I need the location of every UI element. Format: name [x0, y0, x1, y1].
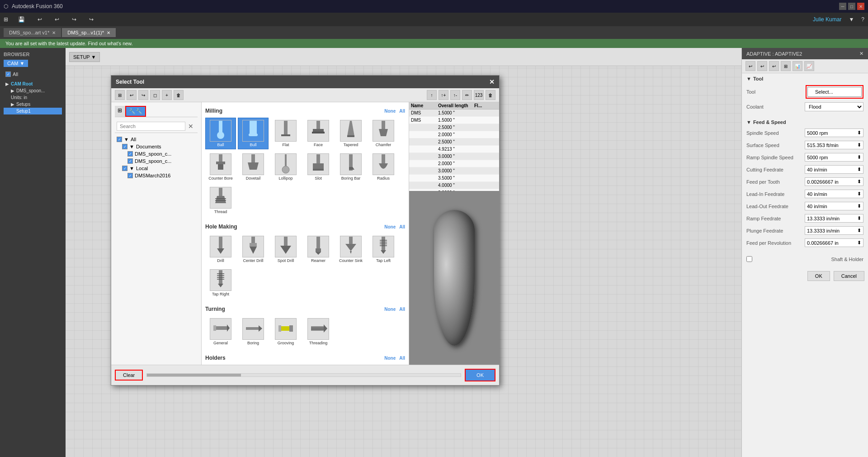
table-row[interactable]: 3.5000 ": [409, 175, 499, 182]
panel-icon-2[interactable]: ↩: [757, 61, 767, 71]
panel-icon-5[interactable]: 📊: [793, 61, 802, 71]
milling-none-link[interactable]: None: [384, 109, 396, 114]
ok-button[interactable]: OK: [465, 369, 495, 381]
tool-bull[interactable]: Bull: [238, 118, 269, 149]
tool-lollipop[interactable]: Lollipop: [270, 151, 301, 183]
tool-tap-right[interactable]: Tap Right: [205, 267, 236, 299]
maximize-button[interactable]: □: [848, 3, 855, 10]
tool-boring-bar[interactable]: Boring Bar: [335, 151, 366, 183]
panel-icon-3[interactable]: ↩: [769, 61, 779, 71]
lead-out-feedrate-input[interactable]: 40 in/min⬍: [805, 202, 863, 210]
milling-all-link[interactable]: All: [399, 109, 405, 114]
panel-icon-6[interactable]: 📈: [804, 61, 814, 71]
tool-drill[interactable]: Drill: [205, 233, 236, 265]
tool-thread[interactable]: Thread: [205, 185, 236, 216]
tool-counter-sink[interactable]: Counter Sink: [335, 233, 366, 265]
lib-dms1[interactable]: ✓ DMS_spoon_c...: [115, 150, 198, 157]
toolbar-icon-5[interactable]: +: [162, 90, 172, 100]
lead-in-feedrate-input[interactable]: 40 in/min⬍: [805, 190, 863, 198]
lib-dmsmarch[interactable]: ✓ DMSMarch2016: [115, 172, 198, 179]
toolbar-icon-1[interactable]: ⊞: [115, 90, 125, 100]
tool-slot[interactable]: Slot: [303, 151, 334, 183]
tool-general[interactable]: General: [205, 316, 236, 348]
tool-flat[interactable]: Flat: [270, 118, 301, 149]
tool-section-header[interactable]: ▼ Tool: [746, 76, 863, 81]
plunge-feedrate-input[interactable]: 13.3333 in/min⬍: [805, 226, 863, 235]
table-row[interactable]: DMS1.5000 ": [409, 109, 499, 117]
lib-local[interactable]: ✓ ▼Local: [115, 165, 198, 172]
cutting-feedrate-input[interactable]: 40 in/min⬍: [805, 165, 863, 174]
tool-face[interactable]: Face: [303, 118, 334, 149]
update-bar[interactable]: You are all set with the latest update. …: [0, 39, 868, 48]
table-row[interactable]: 2.0000 ": [409, 131, 499, 138]
sidebar-all[interactable]: ✓ All: [4, 71, 62, 78]
cam-setup-btn[interactable]: SETUP ▼: [69, 52, 100, 62]
tool-radius[interactable]: Radius: [368, 151, 399, 183]
coolant-select[interactable]: Flood: [805, 102, 863, 111]
table-row[interactable]: 4.0000 ": [409, 182, 499, 189]
lib-dms2[interactable]: ✓ DMS_spoon_c...: [115, 157, 198, 165]
tool-spot-drill[interactable]: Spot Drill: [270, 233, 301, 265]
table-row[interactable]: 2.0000 ": [409, 160, 499, 167]
table-row[interactable]: 3.0000 ": [409, 167, 499, 175]
menu-redo[interactable]: ↪: [69, 14, 79, 24]
feed-per-rev-input[interactable]: 0.00266667 in⬍: [805, 238, 863, 247]
tool-boring[interactable]: Boring: [238, 316, 269, 348]
sidebar-setup1[interactable]: Setup1: [4, 108, 62, 114]
library-view-icon[interactable]: ⊞: [115, 106, 125, 117]
minimize-button[interactable]: ─: [839, 3, 846, 10]
panel-icon-1[interactable]: ↩: [745, 61, 755, 71]
table-row[interactable]: 3.0000 ": [409, 153, 499, 160]
panel-icon-4[interactable]: ⊞: [781, 61, 791, 71]
search-input[interactable]: [117, 122, 185, 131]
tool-threading[interactable]: Threading: [303, 316, 334, 348]
toolbar-icon-8[interactable]: ↑-: [450, 90, 460, 100]
tool-tapered[interactable]: Tapered: [335, 118, 366, 149]
lib-documents[interactable]: ✓ ▼Documents: [115, 143, 198, 150]
clear-button[interactable]: Clear: [115, 370, 143, 381]
toolbar-delete[interactable]: 🗑: [174, 90, 184, 100]
table-row[interactable]: DMS1.5000 ": [409, 117, 499, 124]
tool-ball[interactable]: Ball: [205, 118, 236, 149]
spindle-speed-input[interactable]: 5000 rpm⬍: [805, 129, 863, 137]
toolbar-icon-6[interactable]: ↑: [427, 90, 437, 100]
holders-all-link[interactable]: All: [399, 356, 405, 361]
tab-dms-v1[interactable]: DMS_sp...v1(1)* ✕: [62, 28, 116, 37]
toolbar-icon-2[interactable]: ↩: [127, 90, 137, 100]
tool-tap-left[interactable]: Tap Left: [368, 233, 399, 265]
toolbar-icon-3[interactable]: ↪: [138, 90, 148, 100]
tool-grooving[interactable]: Grooving: [270, 316, 301, 348]
table-row[interactable]: 4.9213 ": [409, 146, 499, 153]
cam-dropdown[interactable]: CAM ▼: [4, 60, 28, 67]
turning-all-link[interactable]: All: [399, 307, 405, 312]
menu-undo2[interactable]: ↩: [52, 14, 62, 24]
help-icon[interactable]: ?: [861, 16, 864, 23]
ramp-feedrate-input[interactable]: 13.3333 in/min⬍: [805, 214, 863, 223]
sidebar-cam-root[interactable]: ▶CAM Root: [4, 81, 62, 87]
tool-dovetail[interactable]: Dovetail: [238, 151, 269, 183]
panel-ok-button[interactable]: OK: [807, 271, 830, 281]
tool-counter-bore[interactable]: Counter Bore: [205, 151, 236, 183]
menu-save[interactable]: 💾: [15, 14, 28, 24]
ramp-spindle-input[interactable]: 5000 rpm⬍: [805, 153, 863, 162]
feed-per-tooth-input[interactable]: 0.00266667 in⬍: [805, 177, 863, 186]
hole-making-none-link[interactable]: None: [384, 224, 396, 229]
tab-close-0[interactable]: ✕: [52, 30, 56, 35]
shaft-holder-checkbox[interactable]: [746, 256, 752, 262]
toolbar-icon-10[interactable]: 123: [474, 90, 484, 100]
tool-reamer[interactable]: Reamer: [303, 233, 334, 265]
panel-cancel-button[interactable]: Cancel: [834, 271, 864, 281]
panel-close-icon[interactable]: ✕: [859, 51, 863, 57]
turning-none-link[interactable]: None: [384, 307, 396, 312]
tool-center-drill[interactable]: Center Drill: [238, 233, 269, 265]
toolbar-icon-4[interactable]: ◻: [150, 90, 160, 100]
table-row[interactable]: 2.5000 ": [409, 124, 499, 131]
hole-making-all-link[interactable]: All: [399, 224, 405, 229]
feed-speed-header[interactable]: ▼ Feed & Speed: [746, 119, 863, 125]
lib-all[interactable]: ✓ ▼All: [115, 136, 198, 143]
toolbar-icon-9[interactable]: ✏: [462, 90, 472, 100]
toolbar-icon-7[interactable]: ↑+: [439, 90, 448, 100]
toolbar-delete2[interactable]: 🗑: [486, 90, 495, 100]
sidebar-setups[interactable]: ▶Setups: [4, 101, 62, 108]
search-clear-icon[interactable]: ✕: [185, 122, 196, 131]
